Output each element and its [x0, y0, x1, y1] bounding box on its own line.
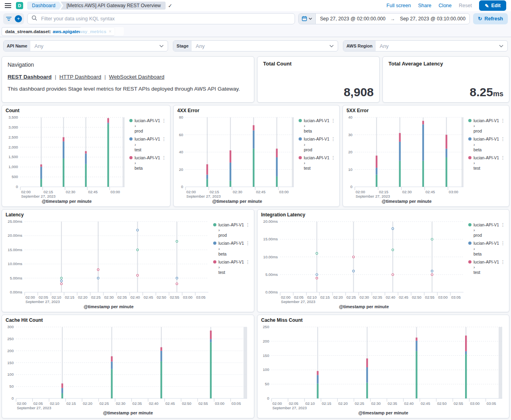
- count-chart[interactable]: 05001,0001,5002,0002,5003,0003,50002:00S…: [6, 114, 128, 199]
- filter-controls-group: +: [3, 13, 24, 24]
- svg-text:02:00: 02:00: [17, 401, 26, 406]
- svg-text:03:00: 03:00: [111, 190, 120, 194]
- legend-actions-icon[interactable]: ⋮: [500, 222, 505, 238]
- legend-item[interactable]: lucian-API-V1 ›prod⋮: [213, 222, 250, 238]
- legend-item[interactable]: lucian-API-V1 ›test⋮: [299, 155, 336, 171]
- svg-text:02:40: 02:40: [404, 401, 414, 406]
- http-dashboard-link[interactable]: HTTP Dashboard: [59, 74, 101, 80]
- svg-text:150: 150: [7, 361, 14, 365]
- svg-text:02:50: 02:50: [182, 401, 192, 406]
- legend-actions-icon[interactable]: ⋮: [161, 137, 166, 152]
- header-actions: Full screen Share Clone Reset ✎ Edit: [386, 0, 506, 11]
- svg-text:20.00ms: 20.00ms: [263, 219, 278, 224]
- legend-actions-icon[interactable]: ⋮: [500, 241, 505, 256]
- legend-series-label: lucian-API-V1 ›beta: [304, 118, 331, 134]
- legend-item[interactable]: lucian-API-V1 ›prod⋮: [299, 137, 336, 152]
- legend-item[interactable]: lucian-API-V1 ›test⋮: [468, 155, 505, 171]
- legend-item[interactable]: lucian-API-V1 ›prod⋮: [129, 118, 166, 134]
- legend-actions-icon[interactable]: ⋮: [331, 137, 336, 152]
- chevron-down-icon: [309, 18, 312, 20]
- legend-item[interactable]: lucian-API-V1 ›test⋮: [468, 260, 505, 275]
- svg-text:0.00ms: 0.00ms: [10, 290, 22, 294]
- svg-text:1,500: 1,500: [8, 155, 18, 159]
- 5xx-error-chart[interactable]: 01020304002:00September 27, 202302:1502:…: [347, 114, 467, 199]
- chart-legend: lucian-API-V1 ›prod⋮lucian-API-V1 ›test⋮…: [128, 114, 166, 205]
- legend-item[interactable]: lucian-API-V1 ›beta⋮: [213, 241, 250, 256]
- share-link[interactable]: Share: [418, 3, 431, 8]
- control-api-name[interactable]: API Name Any: [3, 40, 168, 52]
- refresh-icon: ↻: [478, 16, 482, 22]
- clone-link[interactable]: Clone: [439, 3, 452, 8]
- control-aws-region[interactable]: AWS Region Any: [343, 40, 508, 52]
- legend-item[interactable]: lucian-API-V1 ›prod⋮: [468, 118, 505, 134]
- integration-latency-chart[interactable]: 0.00ms5.00ms10.00ms15.00ms20.00ms02:00Se…: [261, 218, 467, 304]
- svg-text:200: 200: [263, 339, 269, 343]
- svg-text:3,000: 3,000: [8, 125, 18, 129]
- svg-text:02:30: 02:30: [371, 401, 381, 406]
- legend-series-label: lucian-API-V1 ›test: [473, 155, 500, 171]
- svg-text:02:05: 02:05: [34, 401, 43, 406]
- legend-item[interactable]: lucian-API-V1 ›beta⋮: [129, 155, 166, 171]
- legend-actions-icon[interactable]: ⋮: [331, 155, 336, 171]
- breadcrumb-dashboard[interactable]: Dashboard: [27, 2, 62, 10]
- date-range-start[interactable]: Sep 27, 2023 @ 02:00:00.000: [316, 16, 389, 22]
- cache-miss-count-chart-panel: Cache Miss Count 05010015020025002:00Sep…: [257, 315, 509, 418]
- svg-text:0: 0: [181, 184, 183, 189]
- legend-item[interactable]: lucian-API-V1 ›test⋮: [129, 137, 166, 152]
- legend-item[interactable]: lucian-API-V1 ›beta⋮: [468, 241, 505, 256]
- 5xx-error-chart-panel: 5XX Error 01020304002:00September 27, 20…: [343, 105, 509, 207]
- legend-series-dot: [299, 119, 302, 122]
- filter-icon[interactable]: [5, 16, 12, 22]
- rest-dashboard-link[interactable]: REST Dashboard: [8, 74, 51, 80]
- kql-search-input[interactable]: [40, 16, 291, 22]
- svg-text:30: 30: [348, 133, 353, 137]
- svg-text:60: 60: [179, 133, 183, 137]
- svg-text:150: 150: [263, 353, 269, 358]
- refresh-button[interactable]: ↻ Refresh: [473, 13, 508, 24]
- cache-hit-count-chart[interactable]: 05010015020025030002:00September 27, 202…: [6, 324, 250, 410]
- svg-text:02:40: 02:40: [386, 295, 395, 299]
- svg-text:80: 80: [179, 115, 183, 119]
- chevron-down-icon: [499, 45, 507, 48]
- legend-actions-icon[interactable]: ⋮: [245, 260, 250, 275]
- legend-item[interactable]: lucian-API-V1 ›beta⋮: [299, 118, 336, 134]
- legend-item[interactable]: lucian-API-V1 ›test⋮: [213, 260, 250, 275]
- svg-text:02:30: 02:30: [66, 190, 75, 194]
- add-filter-icon[interactable]: +: [15, 15, 22, 22]
- legend-actions-icon[interactable]: ⋮: [500, 137, 505, 152]
- legend-actions-icon[interactable]: ⋮: [500, 260, 505, 275]
- legend-actions-icon[interactable]: ⋮: [245, 241, 250, 256]
- legend-actions-icon[interactable]: ⋮: [161, 155, 166, 171]
- search-icon: [32, 15, 37, 22]
- svg-text:02:20: 02:20: [78, 295, 87, 299]
- svg-text:02:40: 02:40: [149, 401, 158, 406]
- svg-text:September 27, 2023: September 27, 2023: [186, 194, 221, 198]
- control-stage[interactable]: Stage Any: [173, 40, 338, 52]
- legend-actions-icon[interactable]: ⋮: [161, 118, 166, 134]
- legend-item[interactable]: lucian-API-V1 ›beta⋮: [468, 137, 505, 152]
- legend-actions-icon[interactable]: ⋮: [500, 155, 505, 171]
- svg-text:40: 40: [348, 115, 353, 119]
- legend-actions-icon[interactable]: ⋮: [245, 222, 250, 238]
- edit-button[interactable]: ✎ Edit: [479, 0, 506, 11]
- svg-text:500: 500: [12, 174, 18, 179]
- reset-link[interactable]: Reset: [459, 3, 472, 8]
- legend-actions-icon[interactable]: ⋮: [331, 118, 336, 134]
- svg-text:03:05: 03:05: [487, 401, 496, 406]
- chart-legend: lucian-API-V1 ›prod⋮lucian-API-V1 ›beta⋮…: [467, 218, 505, 310]
- svg-text:20: 20: [348, 150, 353, 154]
- cache-miss-count-chart[interactable]: 05010015020025002:00September 27, 202302…: [261, 324, 505, 410]
- svg-text:02:10: 02:10: [305, 401, 315, 406]
- svg-text:02:15: 02:15: [320, 295, 330, 299]
- latency-chart[interactable]: 0.00ms5.00ms10.00ms15.00ms20.00ms25.00ms…: [6, 218, 212, 304]
- calendar-icon[interactable]: [299, 14, 316, 24]
- date-range-end[interactable]: Sep 27, 2023 @ 03:10:00.000: [396, 16, 469, 22]
- legend-actions-icon[interactable]: ⋮: [500, 118, 505, 134]
- websocket-dashboard-link[interactable]: WebSocket Dashboard: [109, 74, 164, 80]
- full-screen-link[interactable]: Full screen: [386, 3, 411, 8]
- legend-item[interactable]: lucian-API-V1 ›prod⋮: [468, 222, 505, 238]
- 4xx-error-chart[interactable]: 02040608002:00September 27, 202302:1502:…: [177, 114, 297, 199]
- legend-series-dot: [468, 137, 471, 141]
- menu-icon[interactable]: [4, 2, 12, 9]
- svg-text:10.00ms: 10.00ms: [263, 255, 278, 259]
